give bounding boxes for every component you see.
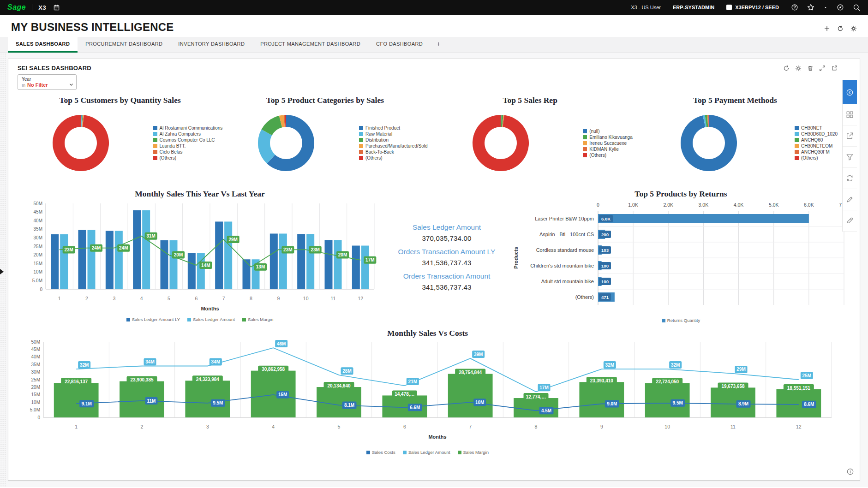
bar[interactable] [361, 246, 369, 289]
rail-pencil[interactable] [843, 189, 857, 210]
legend-item[interactable]: Cosmos Computer Co LLC [153, 137, 223, 143]
kpi-label[interactable]: Orders Transaction Amount [382, 272, 511, 280]
rail-sync[interactable] [843, 168, 857, 189]
legend-item[interactable]: (Others) [153, 155, 223, 161]
panel-action-refresh[interactable] [783, 65, 790, 71]
bar[interactable] [133, 210, 141, 289]
legend-item[interactable]: Sales Ledger Amount [187, 317, 235, 322]
legend-item[interactable]: Al Rostamani Communications [153, 125, 223, 131]
calendar-icon[interactable] [53, 4, 60, 11]
topbar-help[interactable] [791, 4, 798, 11]
panel-action-open-external[interactable] [831, 65, 838, 71]
legend-item[interactable]: CH30NET [795, 125, 838, 131]
legend-item[interactable]: Back-To-Back [359, 149, 428, 155]
bar[interactable] [88, 230, 96, 289]
bar[interactable] [185, 381, 230, 417]
rail-share[interactable] [843, 125, 857, 147]
bar[interactable] [106, 231, 114, 289]
legend-item[interactable]: Raw Material [359, 131, 428, 137]
legend-item[interactable]: CH30NETEOM [795, 143, 838, 149]
legend-item[interactable]: (Others) [359, 155, 428, 161]
legend-item[interactable]: Sales Margin [242, 317, 273, 322]
user-label[interactable]: X3 - US User [631, 5, 661, 10]
legend-item[interactable]: Purchased/Manufactured/Sold [359, 143, 428, 149]
header-action-gear[interactable] [850, 25, 857, 32]
donut-chart [471, 113, 530, 173]
legend-item[interactable]: Ciclo Belas [153, 149, 223, 155]
rail-chevron-left-circle[interactable] [843, 80, 857, 104]
bar[interactable] [279, 233, 287, 289]
legend-item[interactable]: (Others) [795, 155, 838, 161]
bar[interactable] [448, 374, 493, 417]
info-icon[interactable] [846, 468, 854, 476]
bar[interactable] [224, 221, 232, 289]
panel-action-expand[interactable] [819, 65, 826, 71]
bar[interactable] [161, 240, 168, 289]
bar[interactable] [188, 253, 196, 289]
legend-item[interactable]: Sales Costs [366, 450, 395, 455]
kpi-label[interactable]: Orders Transaction Amount LY [382, 248, 511, 256]
legend-item[interactable]: (null) [583, 129, 632, 134]
legend-item[interactable]: Al Zahra Computers [153, 131, 223, 137]
bar[interactable] [297, 234, 305, 289]
bar[interactable] [215, 221, 223, 289]
bar[interactable] [352, 246, 360, 289]
legend-item[interactable]: Finished Product [359, 125, 428, 131]
legend-item[interactable]: Emiliano Kikavuanga [583, 135, 632, 140]
x-tick: 6 [195, 296, 198, 301]
bar[interactable] [60, 234, 68, 289]
year-filter[interactable]: Year InNo Filter [18, 74, 77, 90]
rail-funnel[interactable] [843, 147, 857, 168]
bar[interactable] [334, 240, 342, 289]
bar[interactable] [270, 233, 278, 289]
legend-item[interactable]: Ireneu Sucacuexe [583, 141, 632, 146]
bar[interactable] [598, 214, 809, 223]
environment-selector[interactable]: X3ERPV12 / SEED [726, 5, 779, 10]
legend-item[interactable]: Distribution [359, 137, 428, 143]
legend-item[interactable]: CH30D60D_1020 [795, 131, 838, 137]
y-axis-label: Products [513, 247, 519, 269]
product-name[interactable]: X3 [38, 4, 46, 11]
bar[interactable] [142, 210, 150, 289]
legend-item[interactable]: ANCHQ60 [795, 137, 838, 143]
kpi-label[interactable]: Sales Ledger Amount [382, 223, 511, 232]
tab-sales-dashboard[interactable]: SALES DASHBOARD [8, 37, 78, 53]
legend-item[interactable]: Returns Quantity [662, 318, 700, 323]
panel-expander-arrow[interactable] [0, 269, 4, 274]
role-label[interactable]: ERP-SYSTADMIN [673, 5, 714, 10]
legend-item[interactable]: Luanda BTT. [153, 143, 223, 149]
legend-chip [153, 150, 157, 154]
bar[interactable] [306, 234, 314, 289]
bar[interactable] [78, 230, 86, 289]
topbar-caret-down[interactable] [823, 5, 828, 10]
legend-item[interactable]: ANCHQ30FM [795, 149, 838, 155]
header-action-refresh[interactable] [837, 25, 844, 32]
sage-logo[interactable]: Sage [7, 3, 26, 12]
rail-grid[interactable] [843, 104, 857, 125]
legend-item[interactable]: Sales Ledger Amount [403, 450, 450, 455]
bar[interactable] [325, 240, 333, 289]
topbar-search[interactable] [853, 4, 861, 12]
legend-item[interactable]: Sales Ledger Amount LY [126, 317, 180, 322]
legend-item[interactable]: KIDMAN Kylie [583, 147, 632, 152]
bar[interactable] [51, 234, 59, 289]
tab-inventory-dashboard[interactable]: INVENTORY DASHBOARD [170, 37, 252, 53]
panel-action-gear[interactable] [795, 65, 802, 71]
tab-cfo-dashboard[interactable]: CFO DASHBOARD [368, 37, 431, 53]
bar[interactable] [579, 382, 624, 417]
bar[interactable] [243, 259, 251, 289]
topbar-star[interactable] [807, 4, 814, 11]
legend-item[interactable]: Sales Margin [458, 450, 489, 455]
donut-slice[interactable] [681, 115, 737, 171]
tab-bar: SALES DASHBOARDPROCUREMENT DASHBOARDINVE… [0, 37, 868, 53]
bar[interactable] [170, 240, 178, 289]
bar[interactable] [115, 231, 123, 289]
tab-project-management-dashboard[interactable]: PROJECT MANAGEMENT DASHBOARD [252, 37, 368, 53]
panel-action-trash[interactable] [807, 65, 814, 71]
add-dashboard-tab[interactable]: + [431, 37, 447, 53]
legend-item[interactable]: (Others) [583, 153, 632, 158]
header-action-plus[interactable] [824, 25, 830, 32]
tab-procurement-dashboard[interactable]: PROCUREMENT DASHBOARD [78, 37, 170, 53]
rail-eyedropper[interactable] [843, 210, 857, 232]
topbar-compass[interactable] [837, 4, 844, 11]
